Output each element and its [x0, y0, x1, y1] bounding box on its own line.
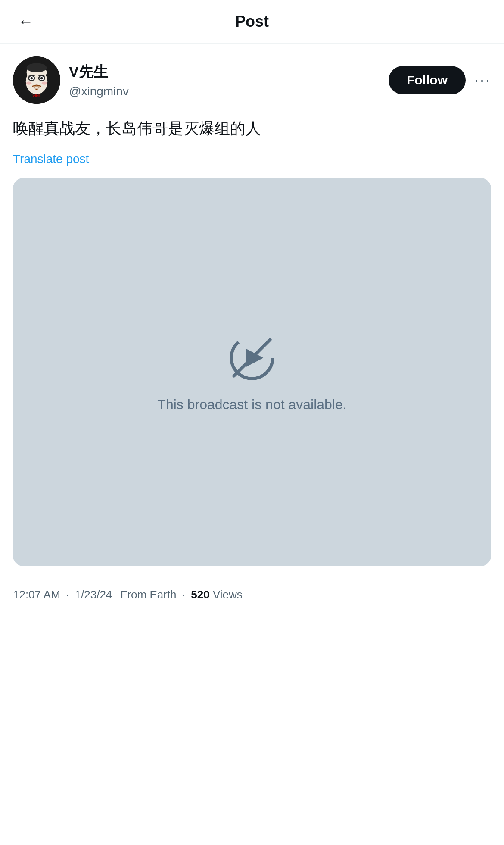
broadcast-unavailable-icon: [226, 332, 278, 384]
display-name[interactable]: V先生: [69, 62, 129, 82]
avatar[interactable]: V先生: [13, 56, 60, 104]
user-row: V先生 V先生 @xingminv Follow ···: [13, 56, 491, 104]
follow-button[interactable]: Follow: [389, 66, 466, 94]
media-container[interactable]: This broadcast is not available.: [13, 178, 491, 566]
svg-point-3: [27, 63, 47, 72]
back-arrow-icon: ←: [18, 13, 34, 31]
post-views-label-text: Views: [213, 588, 243, 601]
user-actions: Follow ···: [389, 66, 491, 94]
post-views-count: 520: [191, 588, 209, 601]
post-text: 唤醒真战友，长岛伟哥是灭爆组的人: [13, 117, 491, 140]
post-meta: 12:07 AM · 1/23/24 From Earth · 520 View…: [0, 579, 504, 614]
separator3: ·: [182, 588, 188, 601]
svg-point-10: [26, 82, 32, 85]
user-info: V先生 V先生 @xingminv: [13, 56, 129, 104]
post-time: 12:07 AM: [13, 588, 60, 601]
svg-point-8: [31, 77, 33, 79]
translate-link[interactable]: Translate post: [13, 152, 491, 166]
back-button[interactable]: ←: [13, 9, 39, 34]
more-options-button[interactable]: ···: [474, 71, 491, 89]
post-date: 1/23/24: [75, 588, 112, 601]
svg-line-15: [234, 340, 270, 376]
username[interactable]: @xingminv: [69, 84, 129, 98]
svg-marker-14: [246, 348, 264, 367]
svg-text:V先生: V先生: [33, 94, 41, 97]
broadcast-unavailable-text: This broadcast is not available.: [157, 397, 346, 413]
svg-point-9: [40, 77, 43, 79]
header: ← Post: [0, 0, 504, 44]
post-source: From Earth: [121, 588, 177, 601]
svg-point-11: [42, 82, 47, 85]
page-title: Post: [235, 13, 269, 31]
user-names: V先生 @xingminv: [69, 62, 129, 98]
post-container: V先生 V先生 @xingminv Follow ··· 唤醒真战友，长岛伟哥是…: [0, 44, 504, 566]
separator: ·: [66, 588, 69, 601]
